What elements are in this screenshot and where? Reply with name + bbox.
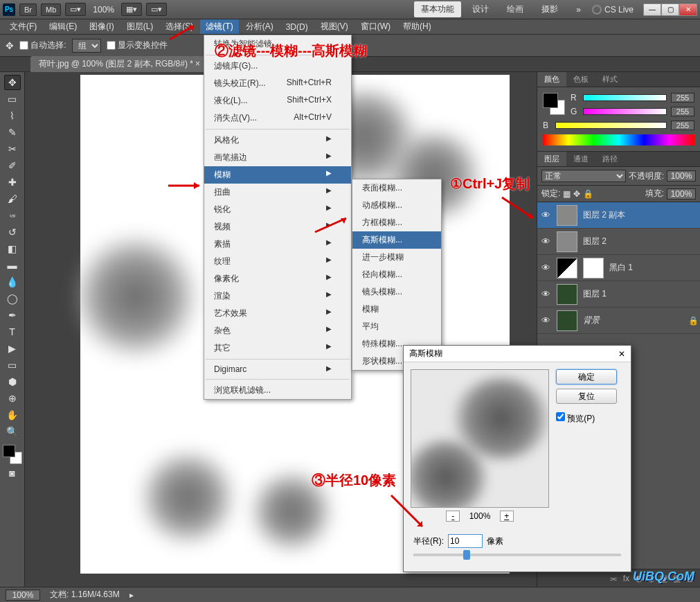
color-spectrum[interactable]: [543, 134, 694, 145]
lock-all-icon[interactable]: 🔒: [583, 189, 593, 199]
status-zoom-input[interactable]: [6, 590, 40, 601]
g-input[interactable]: [671, 107, 694, 116]
layer-name[interactable]: 背景: [580, 315, 686, 326]
menuitem-动感模糊[interactable]: 动感模糊...: [352, 197, 441, 214]
menuitem-高斯模糊[interactable]: 高斯模糊...: [352, 231, 441, 249]
tab-layers[interactable]: 图层: [537, 152, 566, 166]
layer-row[interactable]: 👁黑白 1: [537, 255, 700, 281]
link-layers-icon[interactable]: ⫘: [609, 574, 618, 583]
menuitem-镜头校正R[interactable]: 镜头校正(R)...Shift+Ctrl+R: [204, 75, 351, 92]
layer-row[interactable]: 👁背景🔒: [537, 308, 700, 334]
visibility-icon[interactable]: 👁: [537, 236, 554, 247]
quick-select-tool[interactable]: ✎: [4, 125, 21, 140]
layer-thumbnail[interactable]: [557, 258, 577, 278]
layer-name[interactable]: 图层 2 副本: [580, 209, 700, 221]
quickmask-toggle[interactable]: ◙: [4, 466, 21, 481]
workspace-painting[interactable]: 绘画: [500, 1, 530, 17]
menuitem-液化L[interactable]: 液化(L)...Shift+Ctrl+X: [204, 92, 351, 109]
auto-select-type[interactable]: 组: [72, 39, 101, 53]
layer-thumbnail[interactable]: [557, 231, 577, 252]
eraser-tool[interactable]: ◧: [4, 241, 21, 256]
cancel-button[interactable]: 复位: [556, 389, 617, 404]
r-slider[interactable]: [583, 94, 667, 101]
menuitem-素描[interactable]: 素描▶: [204, 236, 351, 253]
workspace-photography[interactable]: 摄影: [535, 1, 565, 17]
blur-tool[interactable]: 💧: [4, 274, 21, 290]
menuitem-模糊[interactable]: 模糊: [352, 301, 441, 318]
hand-tool[interactable]: ✋: [4, 407, 21, 423]
shape-tool[interactable]: ▭: [4, 357, 21, 373]
menuitem-杂色[interactable]: 杂色▶: [204, 322, 351, 339]
tab-color[interactable]: 颜色: [537, 72, 566, 87]
menu-t[interactable]: 滤镜(T): [200, 19, 238, 34]
cs-live-button[interactable]: CS Live: [592, 5, 634, 15]
path-select-tool[interactable]: ▶: [4, 341, 21, 356]
menu-w[interactable]: 窗口(W): [355, 19, 396, 34]
menuitem-Digimarc[interactable]: Digimarc▶: [204, 362, 351, 377]
menuitem-风格化[interactable]: 风格化▶: [204, 132, 351, 149]
tab-paths[interactable]: 路径: [595, 152, 625, 166]
foreground-background-colors[interactable]: [3, 445, 22, 464]
radius-input[interactable]: [448, 534, 483, 548]
opacity-input[interactable]: [667, 170, 696, 182]
3d-tool[interactable]: ⬢: [4, 374, 21, 389]
menu-f[interactable]: 文件(F): [4, 19, 42, 34]
menuitem-平均[interactable]: 平均: [352, 318, 441, 335]
maximize-button[interactable]: ▢: [661, 3, 679, 16]
close-tab-icon[interactable]: ×: [195, 59, 200, 69]
visibility-icon[interactable]: 👁: [537, 263, 554, 273]
auto-select-checkbox[interactable]: 自动选择:: [19, 39, 66, 51]
layer-thumbnail[interactable]: [557, 310, 577, 331]
menuitem-镜头模糊[interactable]: 镜头模糊...: [352, 283, 441, 301]
lasso-tool[interactable]: ⌇: [4, 108, 21, 123]
layer-thumbnail[interactable]: [557, 205, 577, 226]
crop-tool[interactable]: ✂: [4, 141, 21, 157]
healing-tool[interactable]: ✚: [4, 175, 21, 190]
menuitem-消失点V[interactable]: 消失点(V)...Alt+Ctrl+V: [204, 109, 351, 127]
layer-name[interactable]: 黑白 1: [607, 262, 700, 274]
g-slider[interactable]: [583, 108, 667, 115]
color-fgbg[interactable]: [543, 93, 565, 115]
menuitem-浏览联机滤镜[interactable]: 浏览联机滤镜...: [204, 382, 351, 399]
preview-checkbox[interactable]: 预览(P): [556, 412, 617, 425]
menu-dd[interactable]: 3D(D): [280, 21, 314, 33]
menuitem-方框模糊[interactable]: 方框模糊...: [352, 214, 441, 231]
fill-input[interactable]: [667, 188, 696, 200]
layer-thumbnail[interactable]: [557, 284, 577, 305]
layer-row[interactable]: 👁图层 1: [537, 281, 700, 308]
visibility-icon[interactable]: 👁: [537, 315, 554, 326]
menu-e[interactable]: 编辑(E): [44, 19, 82, 34]
zoom-level[interactable]: 100%: [93, 5, 114, 15]
extras-button[interactable]: ▭▾: [146, 3, 167, 16]
menu-v[interactable]: 视图(V): [315, 19, 354, 34]
eyedropper-tool[interactable]: ✐: [4, 158, 21, 173]
menuitem-径向模糊[interactable]: 径向模糊...: [352, 266, 441, 283]
tab-styles[interactable]: 样式: [595, 72, 625, 87]
status-arrow-icon[interactable]: ▸: [129, 590, 134, 600]
close-button[interactable]: ✕: [679, 3, 697, 16]
menuitem-画笔描边[interactable]: 画笔描边▶: [204, 149, 351, 166]
dialog-preview[interactable]: [411, 369, 549, 508]
menuitem-进一步模糊[interactable]: 进一步模糊: [352, 249, 441, 266]
menu-a[interactable]: 分析(A): [240, 19, 279, 34]
workspace-essentials[interactable]: 基本功能: [414, 1, 461, 17]
radius-slider[interactable]: [413, 554, 621, 556]
menuitem-表面模糊[interactable]: 表面模糊...: [352, 179, 441, 197]
layer-name[interactable]: 图层 2: [580, 236, 700, 247]
document-tab[interactable]: 荷叶.jpg @ 100% (图层 2 副本, RGB/8#) * ×: [30, 56, 208, 72]
workspace-design[interactable]: 设计: [465, 1, 496, 17]
menu-h[interactable]: 帮助(H): [397, 19, 437, 34]
menuitem-扭曲[interactable]: 扭曲▶: [204, 184, 351, 201]
ok-button[interactable]: 确定: [556, 369, 617, 384]
arrange-button[interactable]: ▦▾: [121, 3, 142, 16]
menu-l[interactable]: 图层(L): [121, 19, 159, 34]
menuitem-纹理[interactable]: 纹理▶: [204, 253, 351, 270]
zoom-in-button[interactable]: +: [500, 511, 514, 522]
history-brush-tool[interactable]: ↺: [4, 224, 21, 240]
menuitem-模糊[interactable]: 模糊▶: [204, 166, 351, 184]
menuitem-渲染[interactable]: 渲染▶: [204, 287, 351, 305]
screen-mode-button[interactable]: ▭▾: [65, 3, 86, 16]
minimize-button[interactable]: —: [643, 3, 661, 16]
marquee-tool[interactable]: ▭: [4, 91, 21, 107]
b-slider[interactable]: [555, 122, 667, 129]
